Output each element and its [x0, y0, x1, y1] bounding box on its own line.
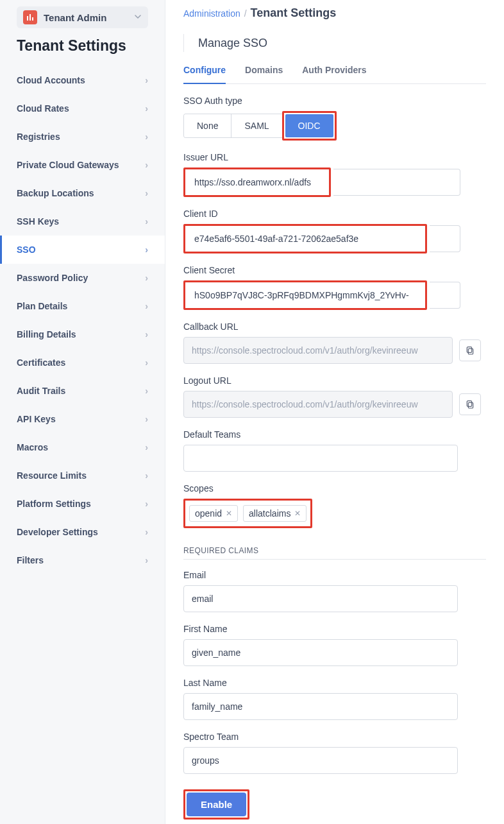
scopes-input[interactable]: openid✕ allatclaims✕ — [187, 502, 309, 525]
svg-rect-3 — [468, 348, 473, 354]
sidebar: Tenant Admin Tenant Settings Cloud Accou… — [0, 0, 165, 824]
sidebar-item-password-policy[interactable]: Password Policy› — [0, 264, 165, 292]
sso-auth-type-oidc[interactable]: OIDC — [285, 114, 333, 137]
sidebar-item-macros[interactable]: Macros› — [0, 433, 165, 461]
callback-url-label: Callback URL — [183, 322, 486, 332]
sidebar-item-label: Platform Settings — [17, 499, 91, 509]
sso-auth-type-segmented: None SAML — [183, 114, 282, 138]
sidebar-nav: Cloud Accounts› Cloud Rates› Registries›… — [0, 66, 165, 574]
sidebar-item-label: Resource Limits — [17, 470, 87, 481]
chevron-right-icon: › — [145, 160, 148, 170]
chevron-right-icon: › — [145, 555, 148, 565]
sidebar-item-cloud-rates[interactable]: Cloud Rates› — [0, 94, 165, 123]
sidebar-item-backup-locations[interactable]: Backup Locations› — [0, 179, 165, 207]
sidebar-item-label: Plan Details — [17, 301, 67, 311]
tab-auth-providers[interactable]: Auth Providers — [302, 60, 366, 83]
sidebar-item-sso[interactable]: SSO› — [0, 236, 165, 264]
sso-auth-type-none[interactable]: None — [184, 114, 231, 137]
chevron-right-icon: › — [145, 357, 148, 368]
chevron-right-icon: › — [145, 245, 148, 255]
page-title: Tenant Settings — [17, 37, 148, 55]
sidebar-item-plan-details[interactable]: Plan Details› — [0, 292, 165, 320]
chevron-down-icon — [134, 12, 142, 22]
chevron-right-icon: › — [145, 216, 148, 227]
callback-url-input — [183, 337, 453, 364]
last-name-label: Last Name — [183, 678, 486, 688]
copy-icon — [465, 399, 475, 409]
highlight-issuer-url — [183, 167, 331, 197]
svg-rect-6 — [467, 401, 471, 407]
breadcrumb-current: Tenant Settings — [251, 6, 337, 20]
sidebar-item-audit-trails[interactable]: Audit Trails› — [0, 377, 165, 405]
sidebar-item-label: Macros — [17, 442, 48, 452]
sidebar-item-certificates[interactable]: Certificates› — [0, 348, 165, 377]
sidebar-item-ssh-keys[interactable]: SSH Keys› — [0, 207, 165, 236]
sidebar-item-label: Registries — [17, 132, 60, 142]
email-input[interactable] — [183, 585, 458, 612]
default-teams-label: Default Teams — [183, 429, 486, 440]
issuer-url-input[interactable] — [187, 171, 328, 194]
chevron-right-icon: › — [145, 75, 148, 85]
copy-callback-url-button[interactable] — [459, 339, 481, 361]
scope-icon — [23, 10, 37, 24]
remove-tag-icon[interactable]: ✕ — [294, 509, 301, 518]
spectro-team-label: Spectro Team — [183, 732, 486, 742]
sidebar-item-resource-limits[interactable]: Resource Limits› — [0, 461, 165, 490]
sso-auth-type-label: SSO Auth type — [183, 96, 486, 106]
svg-rect-4 — [467, 347, 471, 353]
chevron-right-icon: › — [145, 442, 148, 452]
copy-logout-url-button[interactable] — [459, 393, 481, 415]
tab-domains[interactable]: Domains — [245, 60, 283, 83]
issuer-url-label: Issuer URL — [183, 152, 486, 162]
sso-auth-type-saml[interactable]: SAML — [231, 114, 281, 137]
chevron-right-icon: › — [145, 188, 148, 198]
required-claims-header: REQUIRED CLAIMS — [183, 540, 486, 560]
spectro-team-input[interactable] — [183, 747, 458, 774]
sidebar-item-billing-details[interactable]: Billing Details› — [0, 320, 165, 348]
svg-rect-0 — [27, 16, 28, 21]
remove-tag-icon[interactable]: ✕ — [226, 509, 232, 518]
chevron-right-icon: › — [145, 329, 148, 339]
tab-configure[interactable]: Configure — [183, 60, 226, 84]
sidebar-item-label: Certificates — [17, 357, 65, 368]
last-name-input[interactable] — [183, 693, 458, 720]
sidebar-item-filters[interactable]: Filters› — [0, 546, 165, 574]
sidebar-item-registries[interactable]: Registries› — [0, 123, 165, 151]
email-label: Email — [183, 570, 486, 580]
scope-tag-label: allatclaims — [249, 508, 290, 519]
chevron-right-icon: › — [145, 132, 148, 142]
logout-url-label: Logout URL — [183, 375, 486, 386]
sidebar-item-developer-settings[interactable]: Developer Settings› — [0, 518, 165, 546]
sidebar-item-cloud-accounts[interactable]: Cloud Accounts› — [0, 66, 165, 94]
client-secret-label: Client Secret — [183, 265, 486, 275]
chevron-right-icon: › — [145, 301, 148, 311]
scope-tag-openid: openid✕ — [189, 505, 238, 522]
sidebar-item-label: SSH Keys — [17, 216, 59, 227]
highlight-enable: Enable — [183, 789, 249, 820]
enable-button[interactable]: Enable — [187, 793, 246, 816]
sidebar-item-label: Cloud Rates — [17, 103, 69, 114]
sidebar-item-api-keys[interactable]: API Keys› — [0, 405, 165, 433]
sidebar-item-label: Cloud Accounts — [17, 75, 85, 85]
sidebar-item-label: Audit Trails — [17, 386, 65, 396]
client-secret-input[interactable] — [187, 284, 424, 307]
highlight-client-secret — [183, 280, 427, 310]
scope-tag-allatclaims: allatclaims✕ — [243, 505, 307, 522]
sidebar-item-label: Filters — [17, 555, 44, 565]
sidebar-item-label: SSO — [17, 245, 36, 255]
sidebar-item-label: Developer Settings — [17, 527, 98, 537]
breadcrumb-administration[interactable]: Administration — [183, 8, 240, 19]
highlight-scopes: openid✕ allatclaims✕ — [183, 499, 312, 528]
first-name-input[interactable] — [183, 639, 458, 666]
sidebar-item-private-cloud-gateways[interactable]: Private Cloud Gateways› — [0, 151, 165, 179]
sidebar-item-label: Password Policy — [17, 273, 88, 283]
chevron-right-icon: › — [145, 273, 148, 283]
scope-label: Tenant Admin — [44, 12, 106, 23]
sidebar-item-label: Private Cloud Gateways — [17, 160, 119, 170]
scope-selector[interactable]: Tenant Admin — [17, 6, 148, 28]
default-teams-input[interactable] — [183, 445, 458, 472]
scope-tag-label: openid — [195, 508, 222, 519]
content: Administration / Tenant Settings Manage … — [165, 0, 504, 824]
client-id-input[interactable] — [187, 227, 424, 250]
sidebar-item-platform-settings[interactable]: Platform Settings› — [0, 490, 165, 518]
